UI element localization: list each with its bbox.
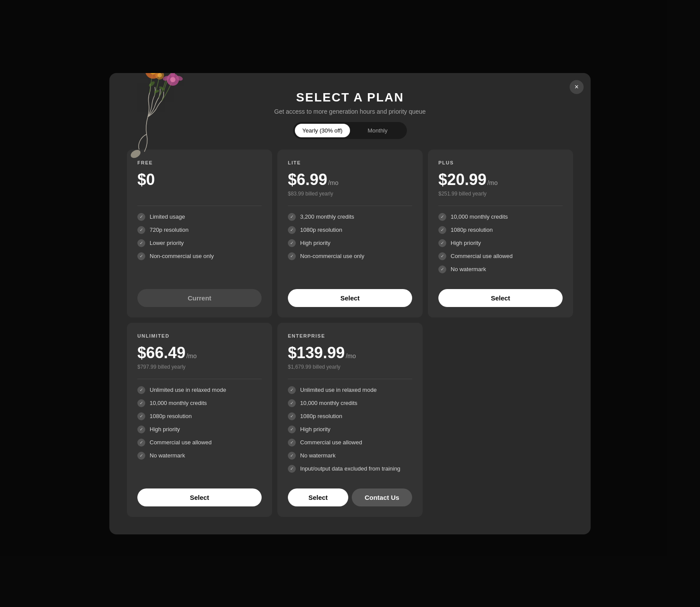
check-icon: ✓ — [438, 226, 446, 234]
select-unlimited-button[interactable]: Select — [137, 488, 262, 506]
features-list-plus: ✓ 10,000 monthly credits ✓ 1080p resolut… — [438, 213, 563, 279]
feature-text: High priority — [150, 426, 180, 433]
check-icon: ✓ — [288, 439, 296, 447]
plan-tier-enterprise: ENTERPRISE — [288, 333, 412, 338]
check-icon: ✓ — [438, 239, 446, 247]
feature-text: Non-commercial use only — [300, 253, 364, 259]
feature-item: ✓ 1080p resolution — [137, 412, 262, 420]
feature-text: 1080p resolution — [300, 413, 342, 419]
plan-price-amount-plus: $20.99 — [438, 171, 486, 189]
plan-tier-plus: PLUS — [438, 160, 563, 165]
feature-item: ✓ 10,000 monthly credits — [288, 399, 412, 407]
feature-item: ✓ 1080p resolution — [288, 226, 412, 234]
plan-price-period-enterprise: /mo — [346, 352, 356, 359]
feature-item: ✓ 10,000 monthly credits — [438, 213, 563, 221]
plan-divider-plus — [438, 206, 563, 206]
plan-tier-free: FREE — [137, 160, 262, 165]
yearly-toggle[interactable]: Yearly (30% off) — [295, 124, 350, 137]
feature-text: High priority — [300, 426, 330, 433]
check-icon: ✓ — [438, 265, 446, 273]
feature-text: Commercial use allowed — [150, 439, 212, 446]
check-icon: ✓ — [137, 226, 145, 234]
check-icon: ✓ — [137, 412, 145, 420]
svg-point-9 — [175, 75, 183, 81]
features-list-free: ✓ Limited usage ✓ 720p resolution ✓ Lowe… — [137, 213, 262, 279]
close-button[interactable]: × — [570, 80, 584, 94]
plan-price-free: $0 — [137, 171, 262, 189]
plan-divider-unlimited — [137, 379, 262, 379]
select-enterprise-button[interactable]: Select — [288, 488, 348, 506]
plan-tier-lite: LITE — [288, 160, 412, 165]
check-icon: ✓ — [137, 426, 145, 433]
plan-divider-enterprise — [288, 379, 412, 379]
feature-item: ✓ Non-commercial use only — [137, 252, 262, 260]
feature-item: ✓ No watermark — [288, 452, 412, 460]
plan-billed-plus: $251.99 billed yearly — [438, 191, 563, 197]
plan-billed-lite: $83.99 billed yearly — [288, 191, 412, 197]
modal-subtitle: Get access to more generation hours and … — [127, 108, 573, 115]
feature-item: ✓ Commercial use allowed — [438, 252, 563, 260]
svg-point-10 — [171, 73, 175, 77]
modal-header: SELECT A PLAN Get access to more generat… — [127, 91, 573, 139]
check-icon: ✓ — [288, 465, 296, 473]
select-lite-button[interactable]: Select — [288, 289, 412, 307]
plan-price-amount-enterprise: $139.99 — [288, 344, 345, 362]
feature-text: 1080p resolution — [300, 227, 342, 233]
select-plus-button[interactable]: Select — [438, 289, 563, 307]
plan-divider-lite — [288, 206, 412, 206]
features-list-unlimited: ✓ Unlimited use in relaxed mode ✓ 10,000… — [137, 386, 262, 478]
features-list-lite: ✓ 3,200 monthly credits ✓ 1080p resoluti… — [288, 213, 412, 279]
feature-item: ✓ Commercial use allowed — [288, 439, 412, 447]
check-icon: ✓ — [438, 213, 446, 221]
svg-point-3 — [156, 73, 166, 74]
plan-card-enterprise: ENTERPRISE $139.99 /mo $1,679.99 billed … — [277, 323, 423, 517]
svg-point-11 — [155, 73, 164, 80]
feature-item: ✓ Limited usage — [137, 213, 262, 221]
modal: × SELECT A PLAN Get access to more gener… — [109, 73, 591, 534]
check-icon: ✓ — [137, 452, 145, 460]
svg-point-13 — [148, 80, 155, 87]
plan-card-lite: LITE $6.99 /mo $83.99 billed yearly ✓ 3,… — [277, 150, 423, 317]
plan-price-plus: $20.99 /mo — [438, 171, 563, 189]
feature-text: Non-commercial use only — [150, 253, 214, 259]
feature-text: Unlimited use in relaxed mode — [300, 387, 377, 393]
plan-price-period-unlimited: /mo — [186, 352, 196, 359]
feature-text: 3,200 monthly credits — [300, 213, 354, 220]
plan-price-enterprise: $139.99 /mo — [288, 344, 412, 362]
feature-item: ✓ 10,000 monthly credits — [137, 399, 262, 407]
check-icon: ✓ — [288, 213, 296, 221]
plan-price-unlimited: $66.49 /mo — [137, 344, 262, 362]
feature-item: ✓ 1080p resolution — [438, 226, 563, 234]
svg-point-0 — [145, 73, 161, 79]
contact-us-button[interactable]: Contact Us — [352, 488, 412, 506]
plan-billed-enterprise: $1,679.99 billed yearly — [288, 364, 412, 370]
modal-title: SELECT A PLAN — [127, 91, 573, 105]
feature-text: Lower priority — [150, 240, 184, 246]
plan-card-plus: PLUS $20.99 /mo $251.99 billed yearly ✓ … — [428, 150, 573, 317]
check-icon: ✓ — [137, 399, 145, 407]
feature-item: ✓ No watermark — [438, 265, 563, 273]
features-list-enterprise: ✓ Unlimited use in relaxed mode ✓ 10,000… — [288, 386, 412, 478]
feature-item: ✓ Unlimited use in relaxed mode — [288, 386, 412, 394]
feature-text: 1080p resolution — [451, 227, 493, 233]
plan-price-lite: $6.99 /mo — [288, 171, 412, 189]
feature-text: Limited usage — [150, 213, 185, 220]
feature-text: Unlimited use in relaxed mode — [150, 387, 226, 393]
feature-item: ✓ High priority — [288, 426, 412, 433]
check-icon: ✓ — [288, 239, 296, 247]
plan-divider-free — [137, 206, 262, 206]
plan-price-amount-lite: $6.99 — [288, 171, 327, 189]
plan-card-unlimited: UNLIMITED $66.49 /mo $797.99 billed year… — [127, 323, 272, 517]
enterprise-actions: Select Contact Us — [288, 488, 412, 506]
feature-text: High priority — [451, 240, 481, 246]
feature-text: 1080p resolution — [150, 413, 192, 419]
check-icon: ✓ — [137, 439, 145, 447]
check-icon: ✓ — [288, 386, 296, 394]
svg-point-12 — [158, 73, 162, 77]
svg-point-8 — [162, 75, 170, 81]
feature-text: 720p resolution — [150, 227, 189, 233]
overlay: × SELECT A PLAN Get access to more gener… — [0, 0, 700, 607]
plan-price-period-lite: /mo — [328, 179, 338, 186]
feature-text: Commercial use allowed — [300, 439, 362, 446]
monthly-toggle[interactable]: Monthly — [350, 124, 405, 137]
